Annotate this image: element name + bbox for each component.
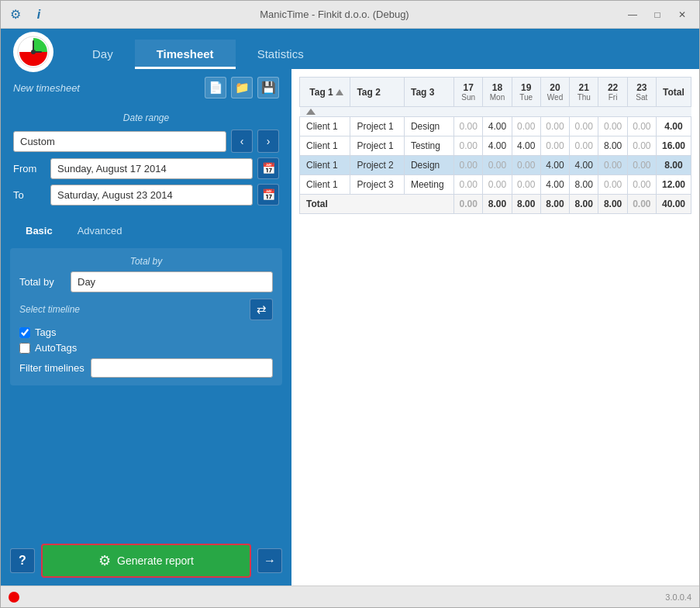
sidebar: New timesheet 📄 📁 💾 Date range Custom To… (1, 69, 291, 586)
save-timesheet-button[interactable]: 💾 (257, 77, 279, 98)
date-next-button[interactable]: › (257, 130, 279, 153)
sort-arrow-row (300, 107, 691, 117)
table-body: Client 1 Project 1 Design 0.00 4.00 0.00… (300, 117, 691, 214)
select-timeline-button[interactable]: ⇄ (250, 299, 273, 320)
total-d21: 8.00 (570, 195, 598, 214)
from-label: From (13, 163, 46, 174)
date-range-selector-row: Custom Today Yesterday This week Last we… (13, 130, 279, 153)
cell-tag3: Meeting (404, 175, 453, 195)
col-18[interactable]: 18 Mon (483, 78, 512, 107)
minimize-button[interactable]: — (622, 6, 643, 23)
cell-total: 16.00 (656, 136, 691, 156)
clock-icon (16, 35, 50, 69)
col-total: Total (656, 78, 691, 107)
total-by-select[interactable]: Day Week Month (71, 271, 273, 292)
gear-icon[interactable]: ⚙ (7, 6, 24, 23)
date-range-label: Date range (13, 112, 279, 123)
cell-d18: 4.00 (483, 136, 512, 156)
cell-d20: 0.00 (540, 136, 569, 156)
help-button[interactable]: ? (10, 548, 35, 573)
col-tag1[interactable]: Tag 1 (300, 78, 350, 107)
table-row: Client 1 Project 3 Meeting 0.00 0.00 0.0… (300, 175, 691, 195)
cell-d18: 4.00 (483, 117, 512, 136)
col-22[interactable]: 22 Fri (598, 78, 627, 107)
total-d20: 8.00 (540, 195, 569, 214)
table-row: Client 1 Project 2 Design 0.00 0.00 0.00… (300, 156, 691, 175)
col-17[interactable]: 17 Sun (454, 78, 483, 107)
filter-timelines-label: Filter timelines (19, 362, 84, 374)
tab-basic[interactable]: Basic (13, 221, 65, 242)
tags-checkbox[interactable] (19, 327, 30, 338)
cell-d22: 0.00 (598, 175, 627, 195)
cell-d17: 0.00 (454, 136, 483, 156)
main-tabs: Day Timesheet Statistics (71, 40, 326, 69)
statusbar-left (9, 592, 24, 603)
filter-timelines-input[interactable] (91, 358, 273, 378)
col-21[interactable]: 21 Thu (570, 78, 598, 107)
date-range-select[interactable]: Custom Today Yesterday This week Last we… (13, 131, 226, 152)
to-date-input[interactable] (50, 185, 253, 206)
total-by-row: Total by Day Week Month (19, 271, 273, 292)
col-tag2[interactable]: Tag 2 (350, 78, 405, 107)
sidebar-bottom: ? ⚙ Generate report → (1, 536, 291, 586)
export-button[interactable]: → (257, 548, 282, 573)
tab-advanced[interactable]: Advanced (65, 221, 135, 242)
cell-tag3: Testing (404, 136, 453, 156)
cell-d19: 0.00 (512, 156, 540, 175)
from-date-input[interactable] (50, 158, 253, 179)
cell-d22: 0.00 (598, 117, 627, 136)
col-20[interactable]: 20 Wed (540, 78, 569, 107)
col-19[interactable]: 19 Tue (512, 78, 540, 107)
tab-statistics[interactable]: Statistics (236, 40, 326, 69)
gear-icon-generate: ⚙ (98, 552, 111, 569)
info-icon[interactable]: i (30, 6, 47, 23)
tabbar: Day Timesheet Statistics (1, 29, 699, 69)
table-row: Client 1 Project 1 Testing 0.00 4.00 4.0… (300, 136, 691, 156)
table-row: Client 1 Project 1 Design 0.00 4.00 0.00… (300, 117, 691, 136)
right-content: Tag 1 Tag 2 Tag 3 17 Sun 18 Mon (291, 69, 699, 586)
app-logo (13, 32, 53, 72)
cell-tag1: Client 1 (300, 117, 350, 136)
to-calendar-button[interactable]: 📅 (257, 184, 279, 206)
window-controls: — □ ✕ (622, 6, 693, 23)
date-prev-button[interactable]: ‹ (231, 130, 253, 153)
date-range-section: Date range Custom Today Yesterday This w… (1, 106, 291, 215)
record-indicator (9, 592, 19, 603)
autotags-checkbox-label: AutoTags (35, 342, 77, 354)
titlebar: ⚙ i ManicTime - Finkit d.o.o. (Debug) — … (1, 1, 699, 29)
to-label: To (13, 189, 46, 201)
cell-d21: 0.00 (570, 136, 598, 156)
total-by-section-label: Total by (19, 256, 273, 267)
cell-d23: 0.00 (627, 156, 656, 175)
filter-section: Total by Total by Day Week Month Select … (10, 248, 282, 385)
cell-tag1: Client 1 (300, 175, 350, 195)
tab-day[interactable]: Day (71, 40, 135, 69)
total-d17: 0.00 (454, 195, 483, 214)
cell-tag3: Design (404, 117, 453, 136)
from-calendar-button[interactable]: 📅 (257, 157, 279, 179)
generate-report-label: Generate report (117, 554, 194, 567)
cell-d19: 4.00 (512, 136, 540, 156)
close-button[interactable]: ✕ (671, 6, 693, 23)
maximize-button[interactable]: □ (647, 6, 668, 23)
open-timesheet-button[interactable]: 📁 (231, 77, 253, 98)
cell-d23: 0.00 (627, 175, 656, 195)
titlebar-left-icons: ⚙ i (7, 6, 47, 23)
col-tag3[interactable]: Tag 3 (404, 78, 453, 107)
cell-tag1: Client 1 (300, 156, 350, 175)
tab-timesheet[interactable]: Timesheet (135, 40, 236, 69)
col-23[interactable]: 23 Sat (627, 78, 656, 107)
autotags-checkbox[interactable] (19, 343, 30, 354)
cell-d17: 0.00 (454, 117, 483, 136)
main-content: New timesheet 📄 📁 💾 Date range Custom To… (1, 69, 699, 586)
total-d23: 0.00 (627, 195, 656, 214)
cell-d23: 0.00 (627, 136, 656, 156)
tags-checkbox-label: Tags (35, 326, 56, 338)
generate-report-button[interactable]: ⚙ Generate report (41, 544, 251, 578)
total-d18: 8.00 (483, 195, 512, 214)
cell-d17: 0.00 (454, 175, 483, 195)
select-timeline-row: Select timeline ⇄ (19, 299, 273, 320)
cell-total: 8.00 (656, 156, 691, 175)
cell-d22: 0.00 (598, 156, 627, 175)
new-timesheet-button[interactable]: 📄 (205, 77, 226, 98)
